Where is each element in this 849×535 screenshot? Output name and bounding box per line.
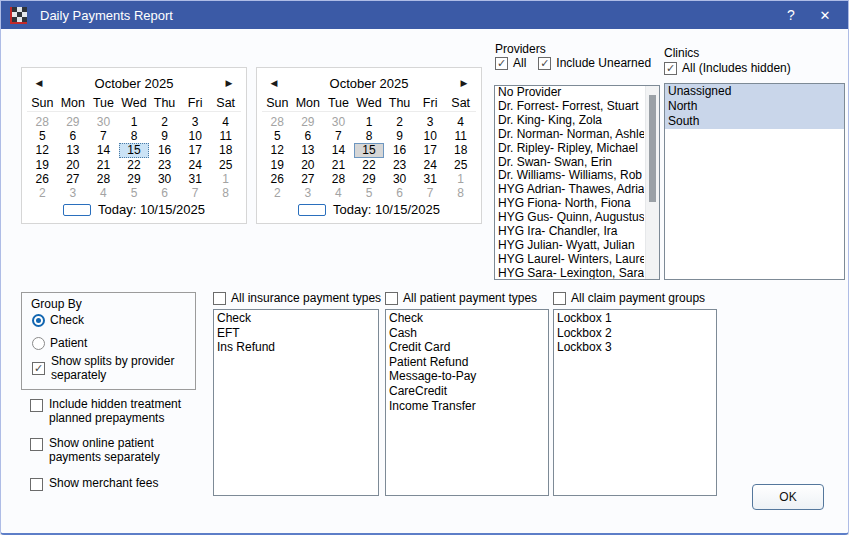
calendar-day[interactable]: 11 <box>445 129 476 143</box>
calendar-day[interactable]: 8 <box>119 129 150 143</box>
calendar-day[interactable]: 5 <box>354 186 385 200</box>
group-by-check-option[interactable]: Check <box>32 313 84 327</box>
list-item[interactable]: EFT <box>214 326 378 341</box>
calendar-day[interactable]: 4 <box>323 186 354 200</box>
calendar-day[interactable]: 8 <box>210 186 241 200</box>
calendar-day[interactable]: 28 <box>323 172 354 186</box>
calendar-day[interactable]: 8 <box>445 186 476 200</box>
group-by-patient-radio[interactable] <box>32 337 45 350</box>
ok-button[interactable]: OK <box>752 484 824 510</box>
calendar-day[interactable]: 12 <box>27 143 58 157</box>
calendar-day[interactable]: 29 <box>354 172 385 186</box>
all-patient-payment-types-checkbox[interactable] <box>385 292 398 305</box>
calendar-day[interactable]: 16 <box>149 143 180 157</box>
all-patient-payment-types-option[interactable]: All patient payment types <box>385 291 537 305</box>
list-item[interactable]: Lockbox 1 <box>554 311 716 326</box>
all-claim-payment-groups-option[interactable]: All claim payment groups <box>553 291 705 305</box>
calendar-day[interactable]: 5 <box>262 129 293 143</box>
calendar-day[interactable]: 9 <box>149 129 180 143</box>
calendar-day[interactable]: 14 <box>323 143 354 157</box>
show-splits-option[interactable]: Show splits by provider separately <box>32 355 186 382</box>
calendar-day[interactable]: 4 <box>210 115 241 129</box>
calendar-day[interactable]: 1 <box>210 172 241 186</box>
calendar-day[interactable]: 22 <box>354 158 385 172</box>
show-merchant-fees-option[interactable]: Show merchant fees <box>30 477 199 491</box>
calendar-day[interactable]: 31 <box>180 172 211 186</box>
close-button[interactable]: ✕ <box>808 8 842 23</box>
calendar-day[interactable]: 20 <box>293 158 324 172</box>
calendar-day[interactable]: 5 <box>27 129 58 143</box>
list-item[interactable]: CareCredit <box>386 384 548 399</box>
all-providers-option[interactable]: All <box>495 56 526 70</box>
calendar-day[interactable]: 19 <box>27 158 58 172</box>
calendar-day[interactable]: 29 <box>58 115 89 129</box>
today-indicator-box[interactable] <box>298 204 326 216</box>
list-item[interactable]: South <box>665 114 844 129</box>
list-item[interactable]: Income Transfer <box>386 399 548 414</box>
calendar-day[interactable]: 1 <box>119 115 150 129</box>
list-item[interactable]: Check <box>386 311 548 326</box>
calendar-day[interactable]: 19 <box>262 158 293 172</box>
all-clinics-checkbox[interactable] <box>664 62 677 75</box>
insurance-payment-types-listbox[interactable]: CheckEFTIns Refund <box>213 309 379 496</box>
include-hidden-prepayments-option[interactable]: Include hidden treatment planned prepaym… <box>30 398 199 425</box>
list-item[interactable]: HYG Julian- Wyatt, Julian <box>495 239 644 253</box>
calendar-day[interactable]: 13 <box>293 143 324 157</box>
all-claim-payment-groups-checkbox[interactable] <box>553 292 566 305</box>
list-item[interactable]: HYG Laurel- Winters, Laure <box>495 253 644 267</box>
calendar-day[interactable]: 26 <box>262 172 293 186</box>
calendar-day[interactable]: 31 <box>415 172 446 186</box>
prev-month-icon[interactable]: ◀ <box>267 78 281 88</box>
providers-scrollbar[interactable] <box>645 86 659 279</box>
calendar-day[interactable]: 7 <box>180 186 211 200</box>
calendar-day[interactable]: 24 <box>415 158 446 172</box>
calendar-day[interactable]: 25 <box>210 158 241 172</box>
list-item[interactable]: HYG Gus- Quinn, Augustus <box>495 211 644 225</box>
calendar-day[interactable]: 10 <box>180 129 211 143</box>
calendar-date-to[interactable]: ◀October 2025▶SunMonTueWedThuFriSat28293… <box>256 67 482 224</box>
all-clinics-option[interactable]: All (Includes hidden) <box>664 61 791 75</box>
include-unearned-option[interactable]: Include Unearned <box>538 56 651 70</box>
calendar-day[interactable]: 2 <box>384 115 415 129</box>
calendar-day[interactable]: 6 <box>293 129 324 143</box>
claim-payment-groups-listbox[interactable]: Lockbox 1Lockbox 2Lockbox 3 <box>553 309 717 496</box>
list-item[interactable]: Lockbox 2 <box>554 326 716 341</box>
include-unearned-checkbox[interactable] <box>538 57 551 70</box>
all-insurance-payment-types-checkbox[interactable] <box>213 292 226 305</box>
calendar-day[interactable]: 9 <box>384 129 415 143</box>
calendar-day[interactable]: 27 <box>58 172 89 186</box>
list-item[interactable]: Dr. Ripley- Ripley, Michael <box>495 142 644 156</box>
calendar-day[interactable]: 26 <box>27 172 58 186</box>
show-online-payments-checkbox[interactable] <box>30 438 43 451</box>
list-item[interactable]: Ins Refund <box>214 340 378 355</box>
calendar-day[interactable]: 1 <box>445 172 476 186</box>
list-item[interactable]: HYG Ira- Chandler, Ira <box>495 225 644 239</box>
include-hidden-prepayments-checkbox[interactable] <box>30 399 43 412</box>
help-button[interactable]: ? <box>774 7 808 23</box>
calendar-day-selected[interactable]: 15 <box>354 143 385 157</box>
calendar-day[interactable]: 3 <box>58 186 89 200</box>
list-item[interactable]: No Provider <box>495 86 644 100</box>
calendar-day[interactable]: 4 <box>445 115 476 129</box>
list-item[interactable]: Dr. Forrest- Forrest, Stuart <box>495 100 644 114</box>
list-item[interactable]: Dr. Swan- Swan, Erin <box>495 156 644 170</box>
list-item[interactable]: North <box>665 99 844 114</box>
prev-month-icon[interactable]: ◀ <box>32 78 46 88</box>
calendar-day[interactable]: 27 <box>293 172 324 186</box>
calendar-day[interactable]: 17 <box>415 143 446 157</box>
calendar-day[interactable]: 6 <box>58 129 89 143</box>
today-label[interactable]: Today: 10/15/2025 <box>98 202 205 217</box>
calendar-day[interactable]: 7 <box>323 129 354 143</box>
calendar-day[interactable]: 10 <box>415 129 446 143</box>
calendar-day[interactable]: 2 <box>149 115 180 129</box>
list-item[interactable]: Check <box>214 311 378 326</box>
calendar-day[interactable]: 2 <box>262 186 293 200</box>
group-by-patient-option[interactable]: Patient <box>32 336 87 350</box>
show-splits-checkbox[interactable] <box>32 362 45 375</box>
clinics-listbox[interactable]: UnassignedNorthSouth <box>664 83 845 280</box>
calendar-day[interactable]: 23 <box>384 158 415 172</box>
calendar-day[interactable]: 20 <box>58 158 89 172</box>
list-item[interactable]: Lockbox 3 <box>554 340 716 355</box>
calendar-day[interactable]: 30 <box>149 172 180 186</box>
calendar-day[interactable]: 18 <box>210 143 241 157</box>
